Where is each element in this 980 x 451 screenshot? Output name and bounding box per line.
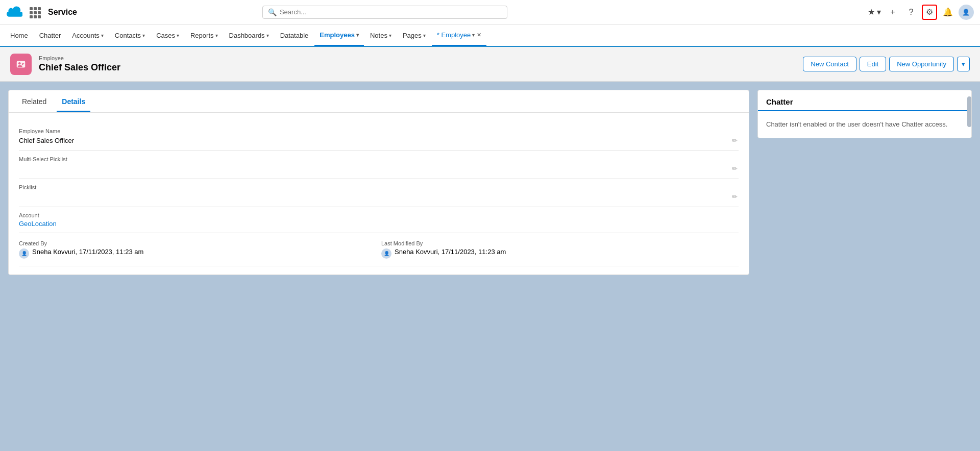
svg-rect-3 xyxy=(22,64,23,65)
chevron-down-icon: ▾ xyxy=(215,33,218,38)
chevron-down-icon: ▾ xyxy=(389,33,391,38)
close-tab-icon[interactable]: ✕ xyxy=(477,32,481,38)
search-bar: 🔍 xyxy=(262,6,507,19)
modified-by-section: Last Modified By 👤 Sneha Kovvuri, 17/11/… xyxy=(381,240,739,259)
top-bar: Service 🔍 ★ ▾ + ? ⚙ 🔔 👤 xyxy=(0,0,980,24)
chevron-down-icon: ▾ xyxy=(177,33,179,38)
help-icon[interactable]: ? xyxy=(903,5,919,20)
modified-by-avatar: 👤 xyxy=(381,248,391,259)
chevron-down-icon: ▾ xyxy=(423,33,426,38)
field-label-employee-name: Employee Name xyxy=(19,128,739,134)
chevron-down-icon: ▾ xyxy=(472,32,475,38)
nav-contacts[interactable]: Contacts ▾ xyxy=(110,24,150,46)
nav-employees[interactable]: Employees ▾ xyxy=(314,24,364,46)
setup-plus-icon[interactable]: + xyxy=(885,5,900,20)
new-contact-button[interactable]: New Contact xyxy=(803,57,856,71)
nav-home[interactable]: Home xyxy=(5,24,33,46)
field-employee-name: Employee Name Chief Sales Officer ✏ xyxy=(19,123,739,151)
modified-by-label: Last Modified By xyxy=(381,240,739,246)
search-input[interactable] xyxy=(280,8,502,16)
created-by-value: 👤 Sneha Kovvuri, 17/11/2023, 11:23 am xyxy=(19,248,376,259)
nav-employee-tab[interactable]: * Employee ▾ ✕ xyxy=(432,24,486,46)
svg-rect-2 xyxy=(22,63,24,63)
record-info: Employee Chief Sales Officer xyxy=(39,55,803,73)
chevron-down-icon: ▾ xyxy=(142,33,145,38)
gear-icon[interactable]: ⚙ xyxy=(922,5,937,20)
actions-dropdown-button[interactable]: ▾ xyxy=(957,57,970,71)
audit-fields: Created By 👤 Sneha Kovvuri, 17/11/2023, … xyxy=(19,233,739,266)
modified-by-value: 👤 Sneha Kovvuri, 17/11/2023, 11:23 am xyxy=(381,248,739,259)
field-label-multiselect: Multi-Select Picklist xyxy=(19,156,739,162)
chatter-header: Chatter xyxy=(758,90,971,111)
nav-bar: Home Chatter Accounts ▾ Contacts ▾ Cases… xyxy=(0,24,980,47)
field-picklist: Picklist ✏ xyxy=(19,179,739,207)
field-value-account: GeoLocation xyxy=(19,220,739,228)
created-by-section: Created By 👤 Sneha Kovvuri, 17/11/2023, … xyxy=(19,240,376,259)
edit-picklist-icon[interactable]: ✏ xyxy=(731,192,739,202)
chevron-down-icon: ▾ xyxy=(356,32,359,38)
field-value-multiselect: ✏ xyxy=(19,164,739,173)
scroll-handle[interactable] xyxy=(967,96,971,127)
favorites-icon[interactable]: ★ ▾ xyxy=(867,5,882,20)
search-icon: 🔍 xyxy=(268,8,277,16)
modified-by-user-link[interactable]: Sneha Kovvuri xyxy=(395,248,438,256)
chatter-panel: Chatter Chatter isn't enabled or the use… xyxy=(757,90,972,138)
chevron-down-icon: ▾ xyxy=(101,33,104,38)
edit-employee-name-icon[interactable]: ✏ xyxy=(731,136,739,145)
record-title: Chief Sales Officer xyxy=(39,62,803,73)
top-icons: ★ ▾ + ? ⚙ 🔔 👤 xyxy=(867,5,974,20)
tab-details[interactable]: Details xyxy=(57,90,90,112)
detail-panel: Related Details Employee Name Chief Sale… xyxy=(8,90,749,275)
created-by-date: , 17/11/2023, 11:23 am xyxy=(76,248,144,256)
tab-related[interactable]: Related xyxy=(17,90,52,112)
created-by-label: Created By xyxy=(19,240,376,246)
edit-button[interactable]: Edit xyxy=(860,57,886,71)
chevron-down-icon: ▾ xyxy=(266,33,269,38)
created-by-avatar: 👤 xyxy=(19,248,29,259)
new-opportunity-button[interactable]: New Opportunity xyxy=(889,57,954,71)
salesforce-logo[interactable] xyxy=(6,4,22,20)
nav-dashboards[interactable]: Dashboards ▾ xyxy=(224,24,274,46)
field-value-picklist: ✏ xyxy=(19,192,739,202)
user-avatar[interactable]: 👤 xyxy=(959,5,974,20)
app-name: Service xyxy=(48,8,77,17)
modified-by-date: , 17/11/2023, 11:23 am xyxy=(438,248,506,256)
field-value-employee-name: Chief Sales Officer ✏ xyxy=(19,136,739,145)
nav-datatable[interactable]: Datatable xyxy=(275,24,314,46)
detail-body: Employee Name Chief Sales Officer ✏ Mult… xyxy=(9,113,749,274)
bell-icon[interactable]: 🔔 xyxy=(940,5,955,20)
nav-chatter[interactable]: Chatter xyxy=(34,24,66,46)
edit-multiselect-icon[interactable]: ✏ xyxy=(731,164,739,173)
chatter-message: Chatter isn't enabled or the user doesn'… xyxy=(766,120,947,128)
detail-tabs: Related Details xyxy=(9,90,749,113)
nav-pages[interactable]: Pages ▾ xyxy=(398,24,431,46)
main-content: Related Details Employee Name Chief Sale… xyxy=(0,82,980,451)
chatter-title: Chatter xyxy=(766,97,963,106)
created-by-user-link[interactable]: Sneha Kovvuri xyxy=(32,248,76,256)
record-actions: New Contact Edit New Opportunity ▾ xyxy=(803,57,970,71)
nav-reports[interactable]: Reports ▾ xyxy=(185,24,223,46)
nav-cases[interactable]: Cases ▾ xyxy=(151,24,184,46)
breadcrumb: Employee xyxy=(39,55,803,61)
field-label-picklist: Picklist xyxy=(19,184,739,190)
nav-accounts[interactable]: Accounts ▾ xyxy=(67,24,108,46)
nav-notes[interactable]: Notes ▾ xyxy=(365,24,397,46)
record-type-icon xyxy=(10,54,32,75)
field-multiselect: Multi-Select Picklist ✏ xyxy=(19,151,739,179)
field-account: Account GeoLocation xyxy=(19,207,739,233)
record-header: Employee Chief Sales Officer New Contact… xyxy=(0,47,980,82)
chatter-body: Chatter isn't enabled or the user doesn'… xyxy=(758,111,971,138)
account-link[interactable]: GeoLocation xyxy=(19,220,57,228)
field-label-account: Account xyxy=(19,212,739,218)
app-launcher-icon[interactable] xyxy=(30,7,40,17)
svg-point-1 xyxy=(18,62,21,64)
